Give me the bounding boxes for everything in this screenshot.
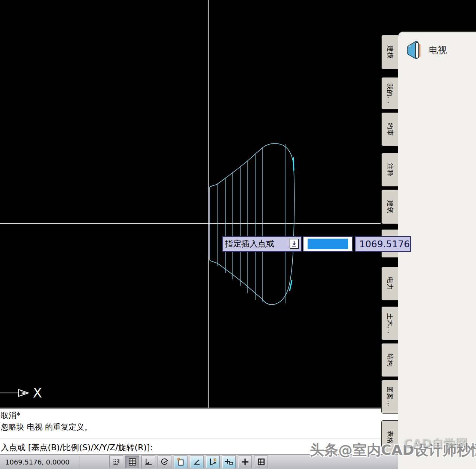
crosshair-vertical [208, 0, 209, 408]
command-history-line: 取消* [1, 410, 398, 421]
tab-hatch[interactable]: 图案... [381, 380, 398, 414]
tv-icon [406, 40, 423, 60]
ducs-button[interactable] [206, 456, 220, 468]
selected-text-highlight [308, 239, 348, 249]
tab-constraints[interactable]: 约束 [381, 112, 398, 146]
dynamic-input-value-text: 1069.5176 [359, 239, 410, 249]
model-button[interactable] [254, 456, 268, 468]
autocad-window: X 指定插入点或 1069.5176 电视 建模 [0, 0, 476, 469]
command-window[interactable]: 取消* 忽略块 电视 的重复定义。 入点或 [基点(B)/比例(S)/X/Y/Z… [0, 408, 398, 454]
tab-modeling[interactable]: 建模 [381, 35, 398, 69]
command-history-line: 忽略块 电视 的重复定义。 [1, 421, 398, 433]
tab-electrical[interactable]: 电力 [381, 267, 398, 300]
ucs-x-label: X [33, 385, 42, 400]
polar-tracking-icon [160, 457, 169, 466]
command-history: 取消* 忽略块 电视 的重复定义。 [0, 409, 398, 433]
model-space-icon [257, 457, 266, 466]
status-toggle-buttons [109, 456, 268, 468]
grid-button[interactable] [125, 456, 139, 468]
dynamic-input-edit-field[interactable] [303, 236, 353, 252]
tab-architecture[interactable]: 建筑 [381, 190, 398, 224]
lwt-button[interactable] [238, 456, 252, 468]
down-arrow-to-line-icon[interactable] [290, 239, 299, 249]
palette-item-tv[interactable]: 电视 [406, 39, 473, 62]
dynamic-ucs-icon [208, 457, 217, 466]
palette-item-label: 电视 [429, 44, 447, 56]
tv-contour-lines [218, 144, 285, 303]
command-prompt[interactable]: 入点或 [基点(B)/比例(S)/X/Y/Z/旋转(R)]: [0, 439, 398, 456]
dynamic-input-value: 1069.5176 [355, 236, 411, 252]
dynamic-input-prompt: 指定插入点或 [222, 236, 302, 252]
tab-annotation[interactable]: 注释 [381, 153, 398, 187]
ortho-icon [144, 457, 153, 466]
coordinate-display[interactable]: 1069.5176, 0.0000 [1, 456, 79, 468]
snap-button[interactable] [109, 456, 123, 468]
grid-icon [128, 457, 137, 466]
dyn-button[interactable] [222, 456, 236, 468]
ucs-icon: X [0, 384, 52, 405]
dynamic-input-icon [225, 457, 234, 466]
osnap-button[interactable] [174, 456, 187, 468]
crosshair-horizontal [0, 223, 381, 224]
otrack-button[interactable] [190, 456, 204, 468]
ortho-button[interactable] [141, 456, 155, 468]
tv-block-preview [0, 0, 381, 408]
tab-tables[interactable]: 表格 [381, 420, 398, 454]
tab-structural[interactable]: 结构 [381, 343, 398, 377]
command-prompt-text: 入点或 [基点(B)/比例(S)/X/Y/Z/旋转(R)]: [1, 443, 153, 452]
polar-button[interactable] [158, 456, 171, 468]
object-snap-icon [176, 457, 185, 466]
status-bar: 1069.5176, 0.0000 [0, 454, 398, 469]
dynamic-input-prompt-text: 指定插入点或 [225, 238, 274, 249]
tab-civil[interactable]: 土木... [381, 306, 398, 340]
tab-my-palette[interactable]: 我的... [381, 77, 398, 109]
lineweight-icon [241, 457, 250, 466]
object-track-icon [192, 457, 201, 466]
snap-grid-icon [112, 457, 121, 466]
